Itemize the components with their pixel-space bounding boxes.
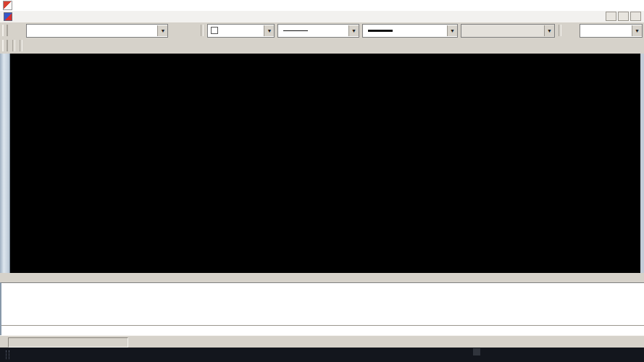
toolbar-separator: [20, 40, 22, 51]
plotstyle-dropdown: ▼: [461, 24, 555, 38]
toolbar-separator: [12, 40, 15, 51]
title-bar: [0, 0, 644, 12]
linetype-dropdown[interactable]: ▼: [277, 24, 359, 38]
linetype-sample: [283, 30, 308, 31]
close-button[interactable]: [621, 0, 644, 11]
make-layer-current-button[interactable]: [170, 24, 183, 37]
toolbar-grip[interactable]: [2, 40, 8, 51]
text-style-icon[interactable]: [564, 24, 577, 37]
layer-dropdown[interactable]: ▼: [26, 24, 169, 38]
properties-toolbar: ▼ ▼ ▼ ▼ ▼ ▼: [0, 22, 644, 39]
mdi-restore-button[interactable]: [618, 12, 629, 21]
cad-canvas[interactable]: [9, 54, 640, 273]
drawing-workspace: [0, 54, 644, 273]
autocad-window: ▼ ▼ ▼ ▼ ▼ ▼: [0, 0, 644, 362]
color-dropdown[interactable]: ▼: [207, 24, 275, 38]
tray-badge-icon[interactable]: [473, 348, 480, 355]
dwg-document-icon: [4, 12, 12, 21]
chevron-down-icon[interactable]: ▼: [632, 25, 642, 36]
minimize-button[interactable]: [574, 0, 598, 11]
command-history: [1, 283, 644, 325]
autocad-app-icon: [3, 1, 12, 10]
taskbar: [0, 348, 644, 362]
right-scroll-strip[interactable]: [640, 54, 644, 273]
lineweight-sample: [368, 30, 393, 32]
coordinates-readout[interactable]: [8, 337, 128, 348]
textstyle-dropdown[interactable]: ▼: [580, 24, 643, 38]
taskbar-handle: [6, 350, 9, 359]
status-bar: [0, 335, 644, 348]
toolbar-separator: [559, 25, 561, 36]
lineweight-dropdown[interactable]: ▼: [362, 24, 458, 38]
menu-bar: [0, 11, 644, 22]
chevron-down-icon[interactable]: ▼: [157, 25, 167, 36]
mdi-close-button[interactable]: [630, 12, 641, 21]
layers-manager-button[interactable]: [11, 24, 24, 37]
color-swatch: [211, 27, 218, 34]
chevron-down-icon[interactable]: ▼: [447, 25, 457, 36]
toolbar-separator: [201, 25, 204, 36]
chevron-down-icon[interactable]: ▼: [264, 25, 274, 36]
chevron-down-icon[interactable]: ▼: [348, 25, 359, 36]
toolbar-grip[interactable]: [2, 25, 8, 36]
die-design-toolbar: [0, 38, 644, 54]
restore-button[interactable]: [598, 0, 621, 11]
mdi-minimize-button[interactable]: [606, 12, 616, 21]
chevron-down-icon: ▼: [544, 25, 554, 36]
command-window[interactable]: [0, 282, 644, 336]
docked-palette-strip[interactable]: [0, 54, 10, 273]
layout-tab-bar: [0, 273, 644, 283]
layer-previous-button[interactable]: [185, 24, 198, 37]
command-prompt[interactable]: [1, 325, 644, 327]
